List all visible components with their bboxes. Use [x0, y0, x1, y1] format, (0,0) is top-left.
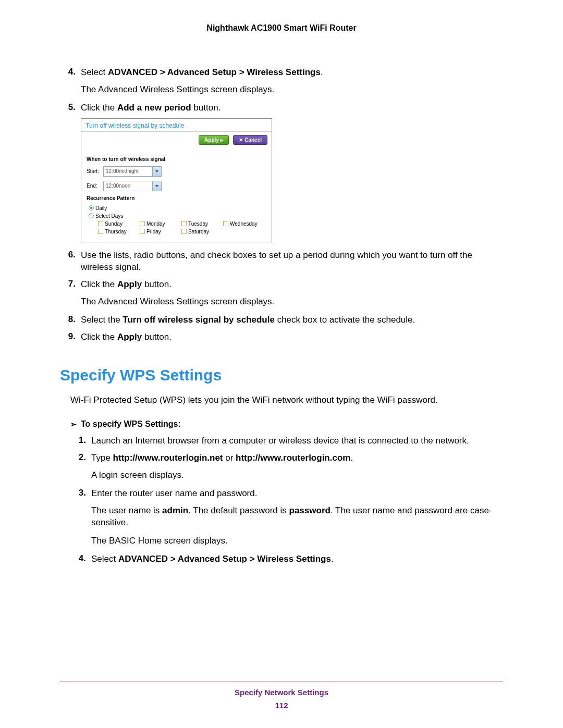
- product-header: Nighthawk AC1900 Smart WiFi Router: [60, 23, 503, 33]
- text-bold: Apply: [117, 279, 142, 289]
- day-tuesday[interactable]: Tuesday: [181, 221, 223, 227]
- end-row: End: 12:00noon: [87, 181, 266, 191]
- select-days-option[interactable]: Select Days: [87, 213, 266, 219]
- start-label: Start:: [87, 168, 103, 174]
- step-9: 9. Click the Apply button.: [60, 331, 503, 343]
- play-icon: ▸: [221, 137, 223, 143]
- step-text: Select the Turn off wireless signal by s…: [81, 314, 503, 326]
- text-mid: or: [223, 453, 236, 463]
- day-label: Sunday: [105, 221, 123, 227]
- day-label: Thursday: [105, 229, 127, 235]
- day-sunday[interactable]: Sunday: [98, 221, 140, 227]
- footer: Specify Network Settings 112: [0, 688, 563, 710]
- apply-label: Apply: [204, 137, 219, 143]
- text-bold: http://www.routerlogin.net: [113, 453, 223, 463]
- text-bold2: http://www.routerlogin.com: [236, 453, 350, 463]
- wps-step-3-sub1: The user name is admin. The default pass…: [91, 505, 503, 529]
- panel-title: Turn off wireless signal by schedule: [81, 119, 272, 132]
- text-bold: Turn off wireless signal by schedule: [123, 315, 275, 325]
- manual-page: Nighthawk AC1900 Smart WiFi Router 4. Se…: [0, 0, 563, 728]
- step-number: 3.: [70, 488, 91, 500]
- task-heading-text: To specify WPS Settings:: [81, 419, 181, 428]
- text-pre: Click the: [81, 332, 117, 342]
- step-5: 5. Click the Add a new period button.: [60, 102, 503, 114]
- text-pre: Click the: [81, 103, 117, 113]
- text-bold: Apply: [117, 332, 142, 342]
- day-label: Monday: [146, 221, 165, 227]
- text-bold: ADVANCED > Advanced Setup > Wireless Set…: [108, 67, 321, 77]
- checkbox-icon: [223, 221, 228, 226]
- radio-icon: [89, 205, 94, 211]
- footer-section: Specify Network Settings: [235, 688, 328, 697]
- wps-step-2: 2. Type http://www.routerlogin.net or ht…: [70, 452, 503, 464]
- step-text: Type http://www.routerlogin.net or http:…: [91, 452, 503, 464]
- step-text: Click the Apply button.: [81, 279, 503, 291]
- text-pre: Click the: [81, 279, 117, 289]
- text-post: button.: [191, 103, 221, 113]
- step-number: 7.: [60, 279, 81, 291]
- start-select[interactable]: 12:00midnight: [103, 166, 162, 177]
- radio-icon: [89, 213, 94, 218]
- day-friday[interactable]: Friday: [140, 229, 181, 235]
- wps-step-3-sub2: The BASIC Home screen displays.: [91, 535, 503, 547]
- text-pre: Select: [81, 67, 108, 77]
- step-4: 4. Select ADVANCED > Advanced Setup > Wi…: [60, 67, 503, 79]
- text-post: button.: [142, 332, 172, 342]
- day-label: Wednesday: [230, 221, 258, 227]
- step-number: 6.: [60, 250, 81, 274]
- day-label: Saturday: [188, 229, 209, 235]
- step-text: Click the Add a new period button.: [81, 102, 503, 114]
- select-days-label: Select Days: [95, 213, 123, 219]
- p2: . The default password is: [188, 505, 289, 515]
- b1: admin: [162, 505, 188, 515]
- checkbox-icon: [181, 221, 187, 226]
- chevron-down-icon: [152, 167, 161, 176]
- step-number: 5.: [60, 102, 81, 114]
- step-7: 7. Click the Apply button.: [60, 279, 503, 291]
- footer-page-number: 112: [0, 701, 563, 710]
- section-heading-wps: Specify WPS Settings: [60, 366, 503, 384]
- day-wednesday[interactable]: Wednesday: [223, 221, 265, 227]
- daily-option[interactable]: Daily: [87, 205, 266, 211]
- end-label: End:: [87, 183, 103, 189]
- text-pre: Select the: [81, 315, 123, 325]
- checkbox-icon: [98, 229, 103, 234]
- footer-rule: [60, 682, 503, 682]
- checkbox-icon: [140, 229, 145, 234]
- arrow-icon: ➢: [70, 420, 77, 428]
- wps-steps: 1. Launch an Internet browser from a com…: [70, 435, 503, 565]
- text-pre: Type: [91, 453, 113, 463]
- wps-step-1: 1. Launch an Internet browser from a com…: [70, 435, 503, 447]
- step-text: Use the lists, radio buttons, and check …: [81, 250, 503, 274]
- text-bold: Add a new period: [117, 103, 191, 113]
- step-6: 6. Use the lists, radio buttons, and che…: [60, 250, 503, 274]
- ui-screenshot-schedule: Turn off wireless signal by schedule App…: [81, 118, 272, 242]
- step-text: Click the Apply button.: [81, 331, 503, 343]
- day-thursday[interactable]: Thursday: [98, 229, 140, 235]
- text-post: .: [331, 554, 334, 564]
- day-monday[interactable]: Monday: [140, 221, 181, 227]
- text-post: check box to activate the schedule.: [275, 315, 415, 325]
- text-post: .: [350, 453, 353, 463]
- day-saturday[interactable]: Saturday: [181, 229, 223, 235]
- step-number: 1.: [70, 435, 91, 447]
- step-text: Enter the router user name and password.: [91, 488, 503, 500]
- days-row: Sunday Monday Tuesday Wednesday Thursday…: [87, 221, 266, 237]
- start-row: Start: 12:00midnight: [87, 166, 266, 177]
- cancel-button[interactable]: ✕ Cancel: [233, 135, 267, 145]
- panel-button-row: Apply ▸ ✕ Cancel: [81, 132, 272, 151]
- end-select[interactable]: 12:00noon: [103, 181, 162, 191]
- when-heading: When to turn off wireless signal: [87, 156, 266, 162]
- apply-button[interactable]: Apply ▸: [199, 135, 229, 145]
- step-7-sub: The Advanced Wireless Settings screen di…: [81, 296, 503, 308]
- panel-body: When to turn off wireless signal Start: …: [81, 151, 272, 242]
- day-label: Friday: [146, 229, 161, 235]
- start-value: 12:00midnight: [104, 168, 152, 174]
- day-label: Tuesday: [188, 221, 208, 227]
- text-pre: Select: [91, 554, 118, 564]
- cancel-label: Cancel: [244, 137, 262, 143]
- step-text: Launch an Internet browser from a comput…: [91, 435, 503, 447]
- text-bold: ADVANCED > Advanced Setup > Wireless Set…: [118, 554, 331, 564]
- wps-step-4: 4. Select ADVANCED > Advanced Setup > Wi…: [70, 553, 503, 565]
- step-text: Select ADVANCED > Advanced Setup > Wirel…: [91, 553, 503, 565]
